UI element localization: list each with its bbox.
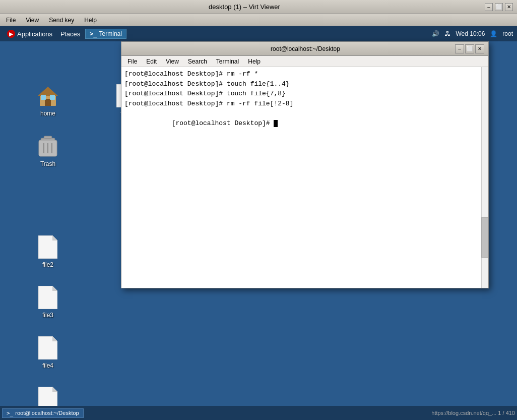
terminal-scrollbar[interactable] (481, 67, 488, 288)
outer-window-controls: – ⬜ ✕ (485, 3, 513, 11)
terminal-body[interactable]: [root@localhost Desktop]# rm -rf * [root… (121, 67, 488, 288)
minimize-button[interactable]: – (485, 3, 493, 11)
file3-icon-img (36, 285, 60, 310)
outer-titlebar: desktop (1) – Virt Viewer – ⬜ ✕ (0, 0, 517, 14)
svg-marker-16 (52, 286, 57, 291)
trash-icon-img (36, 134, 60, 158)
desktop-content: home file8 (0, 26, 517, 420)
file2-icon-label: file2 (42, 261, 53, 268)
desktop: ▶ Applications Places >_ Terminal 🔊 🖧 We… (0, 26, 517, 420)
terminal-line-3: [root@localhost Desktop]# touch file{7,8… (124, 89, 485, 99)
terminal-line-5: [root@localhost Desktop]# (124, 108, 485, 138)
terminal-menu-terminal[interactable]: Terminal (212, 57, 243, 66)
file4-icon-img (36, 336, 60, 360)
outer-menu-file[interactable]: File (2, 16, 20, 25)
desktop-icon-trash[interactable]: Trash (28, 132, 68, 169)
terminal-title: root@localhost:~/Desktop (156, 45, 455, 52)
taskbar-left: >_ root@localhost:~/Desktop (2, 408, 84, 418)
desktop-icon-file4[interactable]: file4 (28, 334, 68, 371)
taskbar-terminal-item[interactable]: >_ root@localhost:~/Desktop (2, 408, 84, 418)
file2-icon-img (36, 235, 60, 259)
svg-rect-2 (45, 99, 51, 106)
taskbar: >_ root@localhost:~/Desktop https://blog… (0, 406, 517, 420)
terminal-close-button[interactable]: ✕ (475, 44, 484, 53)
terminal-cursor (274, 120, 278, 127)
terminal-menubar: File Edit View Search Terminal Help (121, 56, 488, 67)
svg-rect-12 (44, 136, 52, 138)
svg-rect-4 (50, 95, 55, 100)
outer-menu-sendkey[interactable]: Send key (45, 16, 78, 25)
terminal-menu-view[interactable]: View (162, 57, 183, 66)
home-icon-img (36, 84, 60, 108)
scrollbar-thumb[interactable] (481, 217, 488, 258)
outer-window: desktop (1) – Virt Viewer – ⬜ ✕ File Vie… (0, 0, 517, 420)
outer-menubar: File View Send key Help (0, 14, 517, 26)
taskbar-url: https://blog.csdn.net/qq_... 1 / 410 (431, 410, 515, 416)
outer-menu-view[interactable]: View (22, 16, 43, 25)
terminal-menu-search[interactable]: Search (184, 57, 211, 66)
file4-icon-label: file4 (42, 362, 53, 369)
terminal-minimize-button[interactable]: – (455, 44, 464, 53)
terminal-window-controls: – ⬜ ✕ (455, 44, 484, 53)
terminal-line-4: [root@localhost Desktop]# rm -rf file[!2… (124, 99, 485, 109)
terminal-line-2: [root@localhost Desktop]# touch file{1..… (124, 79, 485, 89)
outer-window-title: desktop (1) – Virt Viewer (4, 3, 485, 11)
terminal-line-1: [root@localhost Desktop]# rm -rf * (124, 69, 485, 79)
trash-icon-label: Trash (40, 160, 55, 167)
desktop-icon-file3[interactable]: file3 (28, 283, 68, 321)
terminal-menu-edit[interactable]: Edit (142, 57, 161, 66)
terminal-maximize-button[interactable]: ⬜ (465, 44, 474, 53)
taskbar-terminal-label: root@localhost:~/Desktop (15, 410, 79, 416)
maximize-button[interactable]: ⬜ (495, 3, 503, 11)
svg-rect-3 (41, 95, 46, 100)
outer-menu-help[interactable]: Help (80, 16, 101, 25)
desktop-icon-file2[interactable]: file2 (28, 233, 68, 270)
terminal-menu-file[interactable]: File (123, 57, 141, 66)
taskbar-terminal-icon: >_ (7, 410, 13, 416)
svg-marker-1 (38, 87, 58, 96)
terminal-window: root@localhost:~/Desktop – ⬜ ✕ File Edit… (121, 41, 489, 288)
svg-rect-7 (41, 138, 55, 140)
svg-marker-14 (52, 235, 57, 241)
file3-icon-label: file3 (42, 312, 53, 319)
terminal-menu-help[interactable]: Help (244, 57, 265, 66)
svg-marker-20 (52, 387, 57, 392)
close-button[interactable]: ✕ (505, 3, 513, 11)
taskbar-right: https://blog.csdn.net/qq_... 1 / 410 (431, 410, 515, 416)
svg-marker-18 (52, 336, 57, 341)
terminal-titlebar: root@localhost:~/Desktop – ⬜ ✕ (121, 42, 488, 56)
desktop-icon-home[interactable]: home (28, 82, 68, 119)
home-icon-label: home (40, 110, 55, 117)
